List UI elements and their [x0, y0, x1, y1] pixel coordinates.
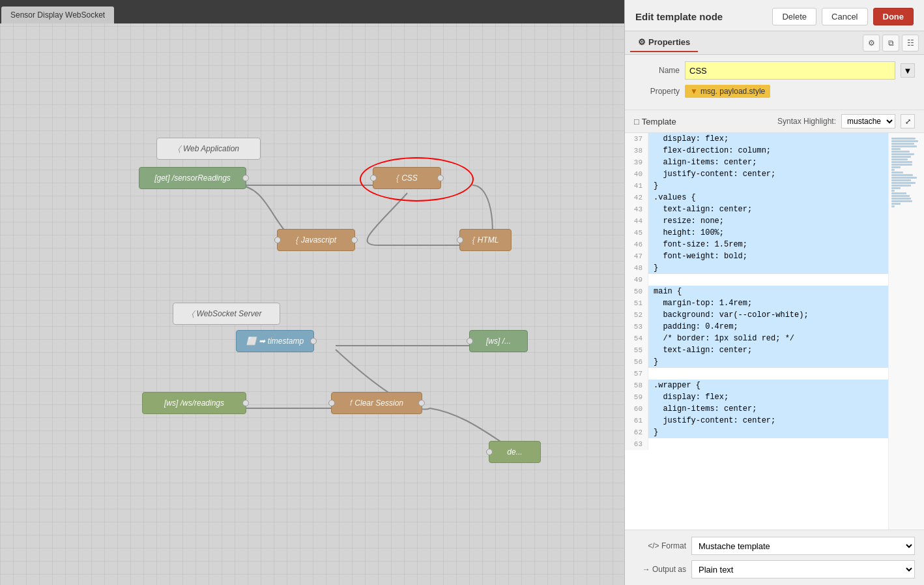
output-select[interactable]: Plain text JSON YAML [691, 560, 915, 578]
table-row: 53 padding: 0.4rem; [625, 321, 924, 333]
line-content: } [648, 262, 924, 274]
line-content: font-size: 1.5rem; [648, 239, 924, 250]
line-number: 54 [625, 333, 648, 344]
flow-canvas[interactable]: Sensor Display WebSocket 〈 Web App [0, 0, 624, 585]
node-javascript[interactable]: { Javascript [277, 229, 355, 251]
format-select[interactable]: Mustache template Plain text [691, 537, 915, 555]
delete-button[interactable]: Delete [772, 8, 816, 25]
line-content: } [648, 356, 924, 368]
node-ws-readings[interactable]: [ws] /ws/readings [142, 392, 246, 414]
gear-icon: ⚙ [638, 37, 646, 47]
line-number: 57 [625, 368, 648, 380]
table-row: 61 justify-content: center; [625, 415, 924, 427]
table-row: 60 align-items: center; [625, 403, 924, 415]
code-editor[interactable]: 37 display: flex;38 flex-direction: colu… [625, 133, 924, 530]
node-clear-session[interactable]: f Clear Session [331, 392, 422, 414]
info-icon-btn[interactable]: ☷ [902, 35, 919, 52]
line-content: } [648, 180, 924, 192]
template-header: □ Template Syntax Highlight: mustache no… [625, 110, 924, 133]
connections-svg [0, 23, 624, 585]
port-left [328, 400, 335, 406]
cancel-button[interactable]: Cancel [822, 8, 867, 25]
settings-icon-btn[interactable]: ⚙ [863, 35, 880, 52]
line-number: 37 [625, 133, 648, 145]
done-button[interactable]: Done [873, 8, 914, 25]
port-right [242, 400, 249, 406]
table-row: 58.wrapper { [625, 380, 924, 391]
line-number: 55 [625, 344, 648, 356]
node-timestamp[interactable]: ⬜ ➡ timestamp [236, 330, 314, 352]
node-get-sensor[interactable]: [get] /sensorReadings [139, 167, 246, 189]
line-number: 61 [625, 415, 648, 427]
syntax-select[interactable]: mustache none [841, 114, 895, 128]
line-content: align-items: center; [648, 157, 924, 168]
line-number: 42 [625, 192, 648, 203]
arrow-icon: → [642, 565, 650, 574]
table-row: 40 justify-content: center; [625, 168, 924, 180]
node-css[interactable]: { CSS [373, 167, 441, 189]
table-row: 41} [625, 180, 924, 192]
line-content [648, 438, 924, 450]
line-number: 38 [625, 145, 648, 157]
port-left [486, 449, 493, 455]
panel-title: Edit template node [635, 11, 723, 22]
property-label: Property [634, 87, 680, 96]
node-ws-readings-node[interactable]: [ws] /... [469, 330, 528, 352]
line-content: padding: 0.4rem; [648, 321, 924, 333]
port-left [457, 237, 463, 243]
copy-icon-btn[interactable]: ⧉ [882, 35, 899, 52]
table-row: 59 display: flex; [625, 391, 924, 403]
line-number: 50 [625, 286, 648, 297]
table-row: 56} [625, 356, 924, 368]
flow-tab[interactable]: Sensor Display WebSocket [1, 7, 114, 23]
line-content: flex-direction: column; [648, 145, 924, 157]
template-label: □ Template [634, 117, 676, 127]
line-number: 39 [625, 157, 648, 168]
port-left [467, 338, 473, 344]
port-left [274, 237, 281, 243]
table-row: 47 font-weight: bold; [625, 250, 924, 262]
table-row: 46 font-size: 1.5rem; [625, 239, 924, 250]
template-icon: □ [634, 117, 639, 127]
name-dropdown[interactable]: ▼ [901, 63, 915, 78]
node-de[interactable]: de... [489, 441, 541, 463]
node-html[interactable]: { HTML [459, 229, 512, 251]
property-tag[interactable]: ▼ msg. payload.style [685, 85, 770, 98]
line-content: height: 100%; [648, 227, 924, 239]
table-row: 51 margin-top: 1.4rem; [625, 297, 924, 309]
table-row: 63 [625, 438, 924, 450]
line-content [648, 274, 924, 286]
table-row: 43 text-align: center; [625, 203, 924, 215]
table-row: 52 background: var(--color-white); [625, 309, 924, 321]
line-content: text-align: center; [648, 203, 924, 215]
name-input[interactable] [685, 61, 895, 80]
panel-actions: Delete Cancel Done [772, 8, 914, 25]
line-content [648, 368, 924, 380]
line-content: background: var(--color-white); [648, 309, 924, 321]
code-lines-container: 37 display: flex;38 flex-direction: colu… [625, 133, 924, 450]
table-row: 39 align-items: center; [625, 157, 924, 168]
line-content: display: flex; [648, 133, 924, 145]
line-content: font-weight: bold; [648, 250, 924, 262]
tab-icons: ⚙ ⧉ ☷ [863, 35, 919, 52]
tab-properties[interactable]: ⚙ Properties [630, 33, 698, 52]
table-row: 37 display: flex; [625, 133, 924, 145]
properties-section: Name ▼ Property ▼ msg. payload.style [625, 55, 924, 110]
format-label: </> Format [634, 541, 686, 550]
line-number: 49 [625, 274, 648, 286]
node-web-app[interactable]: 〈 Web Application [156, 138, 261, 160]
line-content: .wrapper { [648, 380, 924, 391]
table-row: 45 height: 100%; [625, 227, 924, 239]
line-content: } [648, 427, 924, 438]
line-content: /* border: 1px solid red; */ [648, 333, 924, 344]
line-content: align-items: center; [648, 403, 924, 415]
node-websocket-server[interactable]: 〈 WebSocket Server [173, 303, 280, 325]
name-row: Name ▼ [634, 61, 915, 80]
line-content: resize: none; [648, 215, 924, 227]
line-number: 47 [625, 250, 648, 262]
port-right [242, 175, 249, 181]
expand-editor-button[interactable]: ⤢ [901, 114, 915, 128]
line-number: 62 [625, 427, 648, 438]
table-row: 55 text-align: center; [625, 344, 924, 356]
right-panel: Edit template node Delete Cancel Done ⚙ … [624, 0, 924, 585]
